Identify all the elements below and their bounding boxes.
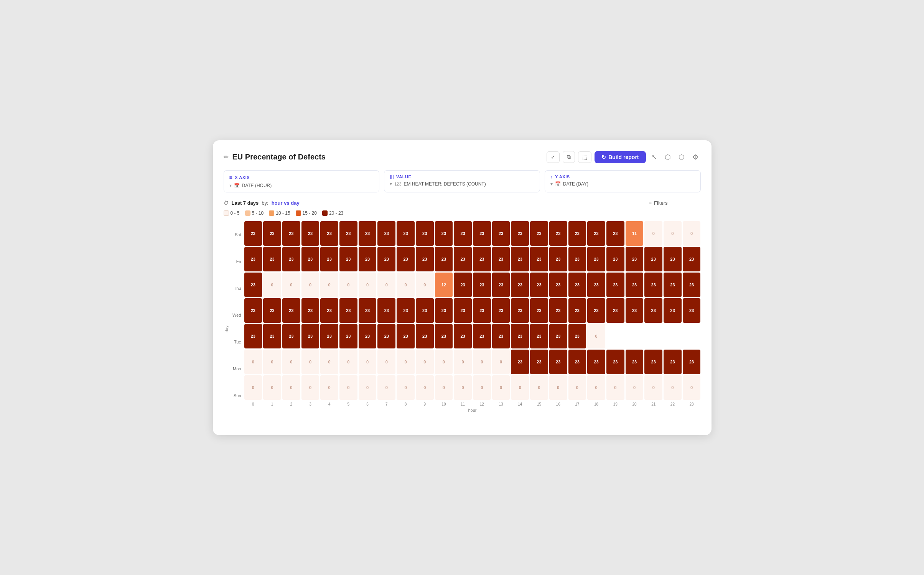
x-label: 18 bbox=[587, 402, 605, 406]
value-axis-value[interactable]: ▾ 123 EM HEAT METER: DEFECTS (COUNT) bbox=[390, 181, 534, 187]
heatmap-cell: 23 bbox=[454, 247, 472, 271]
y-label: Sat bbox=[230, 221, 244, 248]
heatmap-cell: 23 bbox=[454, 273, 472, 297]
heatmap-cell: 23 bbox=[511, 298, 529, 323]
build-report-button[interactable]: ↻ Build report bbox=[595, 151, 646, 163]
heatmap-cell: 0 bbox=[606, 375, 624, 400]
x-axis-chevron-icon: ▾ bbox=[229, 183, 232, 188]
heatmap-cell: 0 bbox=[320, 375, 338, 400]
expand-button[interactable]: ⬚ bbox=[578, 151, 591, 163]
x-label: 21 bbox=[644, 402, 662, 406]
heatmap-cell: 23 bbox=[683, 273, 701, 297]
value-chevron-icon: ▾ bbox=[390, 181, 392, 187]
heatmap-cell: 23 bbox=[435, 247, 453, 271]
heatmap-cell: 23 bbox=[435, 298, 453, 323]
heatmap-cell: 23 bbox=[644, 273, 662, 297]
y-axis-value[interactable]: ▾ 📅 DATE (DAY) bbox=[550, 181, 695, 187]
heatmap-cell: 23 bbox=[492, 221, 510, 246]
heatmap-cell: 23 bbox=[587, 350, 605, 374]
heatmap-right: 2323232323232323232323232323232323232323… bbox=[244, 221, 701, 423]
heatmap-cell: 23 bbox=[454, 298, 472, 323]
heatmap-cell: 0 bbox=[397, 375, 415, 400]
heatmap-cell: 23 bbox=[492, 273, 510, 297]
heatmap-cell: 23 bbox=[568, 247, 586, 271]
heatmap-cell: 23 bbox=[473, 247, 491, 271]
x-label: 14 bbox=[511, 402, 529, 406]
by-label: by: bbox=[262, 200, 268, 206]
heatmap-cell bbox=[683, 324, 701, 348]
fullscreen-button[interactable]: ⤡ bbox=[649, 151, 659, 163]
heatmap-cell: 0 bbox=[683, 221, 701, 246]
settings-button[interactable]: ⚙ bbox=[690, 151, 701, 163]
heatmap-cell: 0 bbox=[568, 375, 586, 400]
heatmap-cell bbox=[626, 324, 644, 348]
heatmap-cell: 23 bbox=[568, 298, 586, 323]
heatmap-cell: 23 bbox=[549, 247, 567, 271]
header-actions: ✓ ⧉ ⬚ ↻ Build report ⤡ ⬡ ⬡ ⚙ bbox=[547, 151, 700, 163]
check-button[interactable]: ✓ bbox=[547, 151, 560, 163]
heatmap-cell: 0 bbox=[435, 350, 453, 374]
heatmap-cell: 23 bbox=[568, 350, 586, 374]
heatmap-cell: 0 bbox=[416, 375, 434, 400]
chart-title: EU Precentage of Defects bbox=[232, 153, 326, 161]
heatmap-cell: 23 bbox=[683, 298, 701, 323]
x-axis-value[interactable]: ▾ 📅 DATE (HOUR) bbox=[229, 183, 374, 188]
heatmap-cell: 0 bbox=[359, 350, 377, 374]
heatmap-cell: 23 bbox=[549, 350, 567, 374]
x-label: 13 bbox=[492, 402, 510, 406]
x-label: 23 bbox=[683, 402, 701, 406]
y-label: Thu bbox=[230, 275, 244, 302]
heatmap-cell: 23 bbox=[511, 247, 529, 271]
heatmap-cell: 0 bbox=[492, 375, 510, 400]
y-label: Sun bbox=[230, 382, 244, 409]
heatmap-cell: 23 bbox=[568, 221, 586, 246]
heatmap-cell: 0 bbox=[263, 350, 281, 374]
connect-button[interactable]: ⬡ bbox=[676, 151, 687, 163]
heatmap-cell: 23 bbox=[664, 247, 682, 271]
y-label: Tue bbox=[230, 329, 244, 355]
legend-swatch bbox=[296, 210, 301, 216]
heatmap-cell: 23 bbox=[244, 247, 262, 271]
heatmap-cell: 23 bbox=[244, 273, 262, 297]
heatmap-cell: 0 bbox=[416, 273, 434, 297]
heatmap-cell: 0 bbox=[644, 221, 662, 246]
heatmap-cell: 23 bbox=[244, 324, 262, 348]
heatmap-cell: 23 bbox=[359, 324, 377, 348]
filter-line bbox=[670, 203, 701, 203]
heatmap-cell: 0 bbox=[397, 350, 415, 374]
heatmap-cell: 0 bbox=[626, 375, 644, 400]
edit-icon: ✏ bbox=[224, 153, 229, 161]
legend-label: 5 - 10 bbox=[252, 210, 264, 216]
heatmap-cell: 23 bbox=[664, 273, 682, 297]
heatmap-cell: 23 bbox=[301, 298, 320, 323]
heatmap-cell: 0 bbox=[683, 375, 701, 400]
heatmap-cell: 23 bbox=[320, 298, 338, 323]
legend-swatch bbox=[322, 210, 328, 216]
heatmap-cell: 0 bbox=[587, 324, 605, 348]
heatmap-cell: 23 bbox=[320, 247, 338, 271]
x-label: 22 bbox=[664, 402, 682, 406]
heatmap-cell: 23 bbox=[492, 324, 510, 348]
x-label: 7 bbox=[377, 402, 395, 406]
heatmap-cell: 0 bbox=[377, 350, 395, 374]
refresh-icon: ↻ bbox=[601, 154, 606, 160]
heatmap-container: day SatFriThuWedTueMonSun 23232323232323… bbox=[224, 221, 701, 423]
legend-item: 15 - 20 bbox=[296, 210, 317, 216]
heatmap-cell: 23 bbox=[587, 247, 605, 271]
y-label: Mon bbox=[230, 355, 244, 382]
copy-button[interactable]: ⧉ bbox=[563, 151, 575, 163]
heatmap-cell: 0 bbox=[244, 350, 262, 374]
heatmap-cell: 23 bbox=[397, 247, 415, 271]
legend-item: 20 - 23 bbox=[322, 210, 343, 216]
heatmap-cell: 23 bbox=[339, 298, 357, 323]
heatmap-cell: 23 bbox=[416, 221, 434, 246]
x-label: 9 bbox=[416, 402, 434, 406]
heatmap-grid: 2323232323232323232323232323232323232323… bbox=[244, 221, 701, 400]
heatmap-cell: 0 bbox=[473, 350, 491, 374]
heatmap-cell: 23 bbox=[587, 298, 605, 323]
chart-meta: ⏱ Last 7 days by: hour vs day ≡ Filters bbox=[224, 200, 701, 206]
heatmap-cell: 23 bbox=[435, 221, 453, 246]
y-axis-icon: ↕ bbox=[550, 174, 553, 179]
share-button[interactable]: ⬡ bbox=[662, 151, 673, 163]
legend-label: 0 - 5 bbox=[231, 210, 240, 216]
